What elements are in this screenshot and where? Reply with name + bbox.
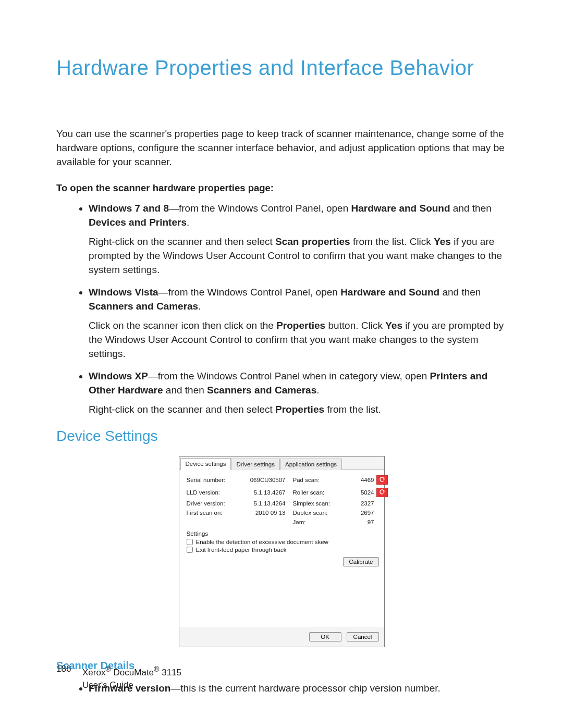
settings-subhead: Settings <box>187 530 379 537</box>
calibrate-button[interactable]: Calibrate <box>343 557 378 566</box>
footer-line-1: Xerox® DocuMate® 3115 <box>82 663 181 679</box>
simplex-value: 2327 <box>343 500 374 507</box>
step-lead: Windows Vista <box>89 287 158 298</box>
first-scan-label: First scan on: <box>187 510 249 516</box>
page-title: Hardware Properties and Interface Behavi… <box>56 56 507 80</box>
ok-button[interactable]: OK <box>309 632 341 641</box>
list-item: Windows 7 and 8—from the Windows Control… <box>89 201 507 277</box>
list-item: Windows XP—from the Windows Control Pane… <box>89 369 507 416</box>
step-para: Right-click on the scanner and then sele… <box>89 235 507 277</box>
roller-value: 5024 <box>343 489 374 496</box>
steps-list: Windows 7 and 8—from the Windows Control… <box>56 201 507 416</box>
driver-label: Driver version: <box>187 500 249 507</box>
duplex-value: 2697 <box>343 510 374 516</box>
undo-icon <box>379 476 385 484</box>
step-para: Click on the scanner icon then click on … <box>89 318 507 361</box>
pad-value: 4469 <box>343 477 374 483</box>
simplex-label: Simplex scan: <box>291 500 343 507</box>
page-footer: 186 Xerox® DocuMate® 3115 User's Guide <box>56 663 181 692</box>
roller-label: Roller scan: <box>291 489 343 496</box>
step-para: Right-click on the scanner and then sele… <box>89 402 507 416</box>
dialog-footer: OK Cancel <box>179 627 384 647</box>
driver-value: 5.1.13.4264 <box>249 500 291 507</box>
serial-value: 069CU30507 <box>249 477 291 483</box>
page-number: 186 <box>56 663 82 692</box>
lld-label: LLD version: <box>187 489 249 496</box>
duplex-label: Duplex scan: <box>291 510 343 516</box>
tab-application-settings[interactable]: Application settings <box>280 459 342 470</box>
list-item: Windows Vista—from the Windows Control P… <box>89 285 507 361</box>
checkbox-exit[interactable] <box>187 547 193 553</box>
serial-label: Serial number: <box>187 477 249 483</box>
checkbox-skew[interactable] <box>187 539 193 545</box>
dialog-body: Serial number: 069CU30507 Pad scan: 4469… <box>179 470 384 627</box>
dialog-tabs: Device settings Driver settings Applicat… <box>179 456 384 470</box>
first-scan-value: 2010 09 13 <box>249 510 291 516</box>
step-lead: Windows XP <box>89 371 148 381</box>
device-settings-dialog: Device settings Driver settings Applicat… <box>179 456 385 647</box>
tab-device-settings[interactable]: Device settings <box>180 458 231 470</box>
undo-icon <box>379 489 385 496</box>
checkbox-exit-row[interactable]: Exit front-feed paper through back <box>187 547 379 553</box>
step-lead: Windows 7 and 8 <box>89 203 169 214</box>
footer-line-2: User's Guide <box>82 679 181 692</box>
pad-label: Pad scan: <box>291 477 343 483</box>
jam-value: 97 <box>343 519 374 525</box>
checkbox-skew-row[interactable]: Enable the detection of excessive docume… <box>187 539 379 545</box>
reset-pad-button[interactable] <box>376 475 388 485</box>
cancel-button[interactable]: Cancel <box>347 632 379 641</box>
jam-label: Jam: <box>291 519 343 525</box>
device-settings-heading: Device Settings <box>56 428 507 445</box>
reset-roller-button[interactable] <box>376 488 388 497</box>
checkbox-exit-label: Exit front-feed paper through back <box>196 547 287 553</box>
info-grid: Serial number: 069CU30507 Pad scan: 4469… <box>187 475 379 525</box>
dialog-fill <box>187 566 379 624</box>
checkbox-skew-label: Enable the detection of excessive docume… <box>196 539 328 545</box>
lld-value: 5.1.13.4267 <box>249 489 291 496</box>
intro-paragraph: You can use the scanner's properties pag… <box>56 127 507 169</box>
open-heading: To open the scanner hardware properties … <box>56 182 507 194</box>
tab-driver-settings[interactable]: Driver settings <box>231 459 280 470</box>
